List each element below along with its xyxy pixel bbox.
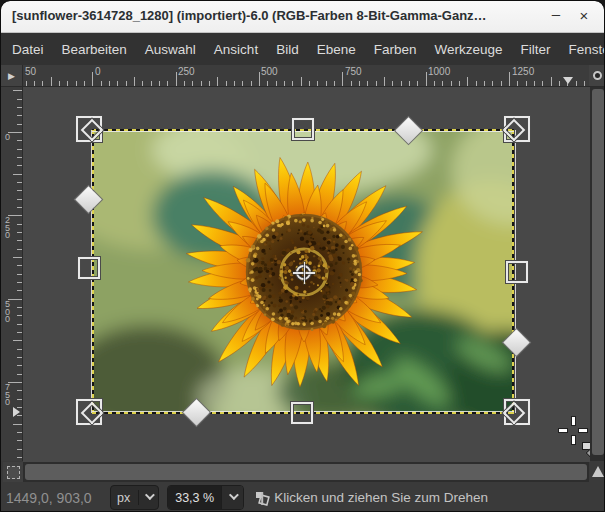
ruler-tick (17, 107, 22, 108)
ruler-tick (17, 199, 22, 200)
ruler-tick (326, 81, 327, 86)
ruler-tick (84, 81, 85, 86)
ruler-tick (359, 81, 360, 86)
ruler-tick (476, 81, 477, 86)
ruler-tick (401, 81, 402, 86)
menu-item[interactable]: Farben (365, 36, 426, 63)
ruler-tick (17, 315, 22, 316)
transform-handle-top-mid[interactable] (292, 118, 314, 140)
zoom-fit-button[interactable] (589, 65, 605, 87)
ruler-tick (17, 140, 22, 141)
pivot-cross-v (304, 262, 306, 284)
menu-item[interactable]: Datei (3, 36, 53, 63)
horizontal-scrollbar-thumb[interactable] (25, 464, 587, 480)
menu-item[interactable]: Fenster (560, 36, 605, 63)
menu-item[interactable]: Bearbeiten (53, 36, 136, 63)
ruler-tick (317, 81, 318, 86)
status-message: Klicken und ziehen Sie zum Drehen (274, 490, 488, 505)
ruler-tick (184, 81, 185, 86)
menu-item[interactable]: Bild (267, 36, 308, 63)
ruler-label: 0 (5, 134, 10, 142)
menubar: DateiBearbeitenAuswahlAnsichtBildEbeneFa… (1, 33, 604, 65)
close-button[interactable]: × (570, 1, 598, 32)
ruler-tick (17, 440, 22, 441)
ruler-tick (17, 115, 22, 116)
ruler-tick (226, 81, 227, 86)
minimize-button[interactable]: – (542, 1, 570, 32)
circle-icon (593, 71, 602, 80)
ruler-tick (17, 165, 22, 166)
vertical-scrollbar-thumb[interactable] (592, 89, 604, 455)
ruler-tick (517, 81, 518, 86)
ruler-tick (551, 77, 552, 86)
ruler-tick (467, 77, 468, 86)
ruler-tick (234, 81, 235, 86)
ruler-tick (534, 81, 535, 86)
ruler-tick (192, 81, 193, 86)
ruler-tick (76, 81, 77, 86)
ruler-label: 7 5 0 (5, 384, 10, 407)
menu-item[interactable]: Ebene (308, 36, 365, 63)
menu-item[interactable]: Filter (512, 36, 560, 63)
ruler-origin-button[interactable]: ▶ (1, 65, 23, 87)
horizontal-ruler[interactable]: 50025050075010001250 (23, 65, 589, 87)
ruler-tick (17, 390, 22, 391)
ruler-tick (17, 457, 22, 458)
ruler-tick (13, 424, 22, 425)
rotate-tool-icon (254, 490, 270, 506)
horizontal-scrollbar[interactable] (23, 462, 589, 482)
ruler-tick (92, 72, 93, 86)
vertical-ruler[interactable]: 02 5 05 0 07 5 0 (1, 87, 23, 461)
ruler-tick (17, 324, 22, 325)
ruler-tick (17, 290, 22, 291)
ruler-tick (434, 81, 435, 86)
ruler-tick (151, 81, 152, 86)
ruler-tick (301, 77, 302, 86)
ruler-tick (17, 374, 22, 375)
cursor-crosshair (579, 429, 587, 432)
zoom-widget[interactable]: 33,3 % (167, 485, 244, 510)
ruler-tick (13, 257, 22, 258)
zoom-dropdown[interactable] (221, 486, 243, 509)
ruler-tick (17, 232, 22, 233)
ruler-tick (426, 72, 427, 86)
window-title: [sunflower-3614728_1280] (importiert)-6.… (12, 8, 487, 23)
ruler-tick (276, 81, 277, 86)
ruler-tick (17, 240, 22, 241)
cursor-crosshair (559, 429, 567, 432)
zoom-input[interactable]: 33,3 % (168, 486, 221, 509)
navigation-button[interactable] (590, 462, 605, 482)
ruler-tick (17, 224, 22, 225)
ruler-tick (167, 81, 168, 86)
menu-item[interactable]: Ansicht (205, 36, 267, 63)
canvas[interactable] (23, 87, 590, 462)
ruler-tick (176, 72, 177, 86)
ruler-tick (17, 307, 22, 308)
transform-handle-left-mid[interactable] (78, 257, 100, 279)
ruler-tick (51, 77, 52, 86)
ruler-tick (13, 174, 22, 175)
ruler-tick (17, 365, 22, 366)
ruler-tick (509, 72, 510, 86)
ruler-tick (17, 449, 22, 450)
ruler-tick (126, 81, 127, 86)
ruler-tick (13, 340, 22, 341)
ruler-tick (13, 90, 22, 91)
ruler-tick (109, 81, 110, 86)
ruler-tick (384, 77, 385, 86)
transform-handle-bottom-mid[interactable] (291, 402, 313, 424)
unit-dropdown[interactable]: px (110, 485, 159, 510)
ruler-tick (501, 81, 502, 86)
quickmask-toggle[interactable] (3, 462, 23, 482)
vertical-scrollbar[interactable] (590, 87, 605, 461)
ruler-label: 1250 (512, 66, 534, 77)
ruler-tick (17, 207, 22, 208)
ruler-tick (17, 357, 22, 358)
menu-item[interactable]: Auswahl (136, 36, 205, 63)
transform-handle-right-mid[interactable] (506, 261, 528, 283)
chevron-down-icon (145, 490, 155, 500)
ruler-tick (17, 274, 22, 275)
menu-item[interactable]: Werkzeuge (425, 36, 511, 63)
titlebar[interactable]: [sunflower-3614728_1280] (importiert)-6.… (1, 1, 604, 33)
ruler-tick (17, 249, 22, 250)
